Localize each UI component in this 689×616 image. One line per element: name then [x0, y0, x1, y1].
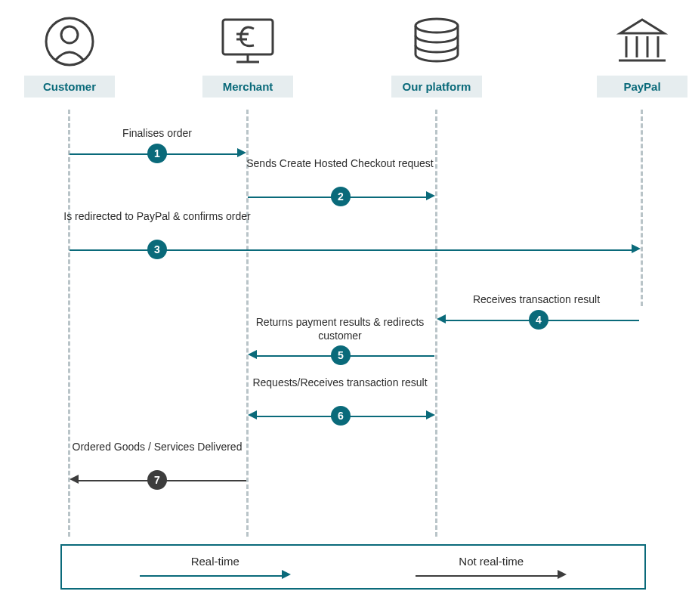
- step-1-badge: 1: [147, 144, 167, 163]
- legend-realtime: Real-time: [77, 555, 354, 580]
- person-icon: [43, 15, 96, 68]
- svg-point-1: [61, 26, 78, 43]
- actor-label: Customer: [24, 76, 115, 98]
- step-4-badge: 4: [529, 310, 548, 330]
- step-6-label: Requests/Receives transaction result: [242, 376, 438, 390]
- actor-merchant: Merchant: [202, 15, 293, 98]
- svg-point-0: [46, 18, 93, 65]
- svg-rect-2: [223, 20, 273, 54]
- legend-label: Real-time: [191, 555, 239, 568]
- actor-label: Our platform: [391, 76, 482, 98]
- step-5-label: Returns payment results & redirects cust…: [242, 316, 438, 342]
- lifeline-paypal: [641, 110, 643, 306]
- actor-label: PayPal: [597, 76, 687, 98]
- bank-icon: [613, 15, 672, 68]
- legend-notrealtime: Not real-time: [354, 555, 630, 580]
- legend-label: Not real-time: [459, 555, 524, 568]
- step-3-label: Is redirected to PayPal & confirms order: [59, 210, 255, 224]
- step-3-badge: 3: [147, 240, 167, 259]
- database-icon: [409, 15, 464, 68]
- actor-platform: Our platform: [391, 15, 482, 98]
- step-2-label: Sends Create Hosted Checkout request: [242, 157, 438, 171]
- legend: Real-time Not real-time: [60, 544, 646, 590]
- svg-point-7: [416, 19, 458, 33]
- lifeline-customer: [68, 110, 70, 537]
- actor-customer: Customer: [24, 15, 115, 98]
- monitor-euro-icon: [218, 15, 277, 68]
- sequence-diagram: Customer Merchant Our platform: [15, 15, 674, 601]
- actor-paypal: PayPal: [597, 15, 687, 98]
- step-2-badge: 2: [331, 187, 351, 206]
- step-7-label: Ordered Goods / Services Delivered: [59, 441, 255, 454]
- actor-label: Merchant: [202, 76, 293, 98]
- step-1-label: Finalises order: [59, 127, 255, 141]
- step-6-badge: 6: [331, 406, 351, 426]
- step-7-badge: 7: [147, 470, 167, 490]
- step-4-label: Receives transaction result: [438, 293, 635, 307]
- step-5-badge: 5: [331, 345, 351, 365]
